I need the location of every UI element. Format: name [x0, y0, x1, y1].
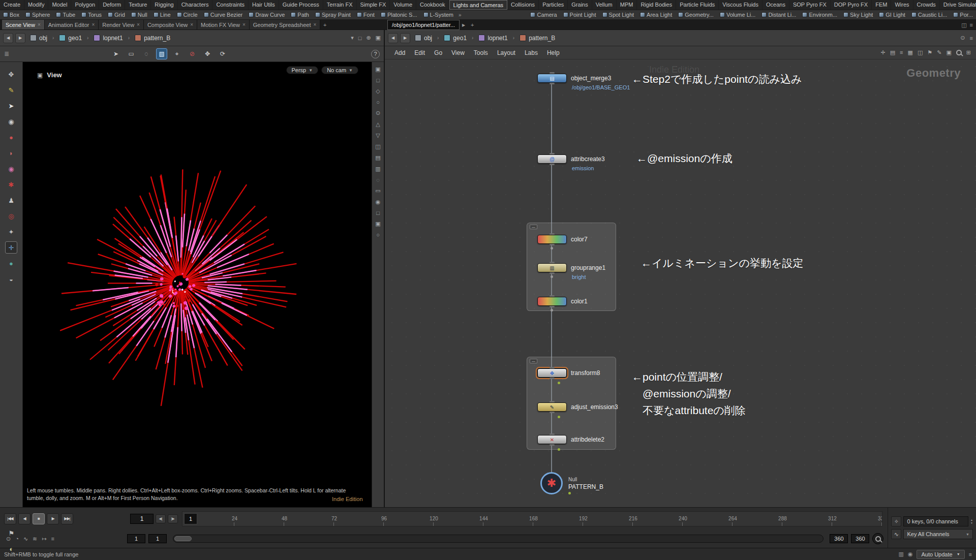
select-arrow-icon[interactable]: ➤: [5, 100, 17, 112]
shelf-tool[interactable]: Spray Paint: [312, 12, 354, 18]
list-icon[interactable]: ≡: [970, 35, 973, 41]
view-camera-icon[interactable]: ▣: [375, 66, 380, 73]
shelf-tool[interactable]: Geometry...: [675, 12, 717, 18]
gnomon-icon[interactable]: ▤: [375, 154, 380, 161]
shelf-tool[interactable]: Null: [128, 12, 150, 18]
shelf-tool[interactable]: Circle: [174, 12, 201, 18]
deform-tool-icon[interactable]: ◗: [5, 147, 17, 159]
node-flag-dot[interactable]: [558, 448, 560, 451]
shelf-tool[interactable]: L-System: [420, 12, 456, 18]
close-icon[interactable]: ×: [137, 22, 140, 27]
viewcube-icon[interactable]: ▥: [375, 166, 380, 172]
pane-split-icon[interactable]: ◫: [961, 22, 966, 28]
viewport-canvas[interactable]: ▣ View Persp▼ No cam▼ Left mouse tumbles…: [23, 62, 372, 507]
rotate-tool-icon[interactable]: ⟳: [217, 48, 228, 59]
range-slider-handle[interactable]: [174, 536, 192, 541]
shelf-tab[interactable]: Modify: [24, 0, 48, 10]
shelf-tab[interactable]: Constraints: [212, 0, 249, 10]
network-pane-tab[interactable]: /obj/geo1/lopnet1/patter...: [387, 20, 460, 30]
pane-tab[interactable]: Composite View×: [144, 20, 197, 29]
edit-points-icon[interactable]: ✱: [5, 178, 17, 191]
shelf-tab[interactable]: Model: [48, 0, 71, 10]
keys-info-field[interactable]: 0 keys, 0/0 channels: [903, 516, 968, 526]
shade-mode-icon[interactable]: ⊙: [376, 110, 380, 116]
shelf-tool[interactable]: Area Light: [637, 12, 675, 18]
stow-icon[interactable]: □: [358, 35, 362, 41]
shelf-tab[interactable]: Terrain FX: [323, 0, 357, 10]
node-flag-dot[interactable]: [558, 416, 560, 418]
points-display-icon[interactable]: ▽: [376, 132, 380, 139]
shelf-tab[interactable]: Polygon: [71, 0, 99, 10]
shelf-tab[interactable]: Hair Utils: [249, 0, 279, 10]
pane-tab[interactable]: Render View×: [99, 20, 144, 29]
shelf-tool[interactable]: Draw Curve: [246, 12, 288, 18]
search-icon[interactable]: [956, 50, 962, 55]
shelf-tab[interactable]: Create: [0, 0, 24, 10]
secure-selection-icon[interactable]: ▧: [156, 48, 167, 59]
stop-button[interactable]: ■: [33, 513, 45, 524]
sculpt-sphere-icon[interactable]: ●: [5, 131, 17, 143]
back-icon[interactable]: ◀: [3, 33, 13, 43]
wireframe-icon[interactable]: △: [376, 121, 380, 128]
key-icon[interactable]: ✧: [891, 516, 901, 526]
shelf-tab[interactable]: Volume: [390, 0, 416, 10]
shelf-tab[interactable]: FEM: [872, 0, 891, 10]
shelf-tool[interactable]: Point Light: [560, 12, 599, 18]
node-flag-dot[interactable]: [551, 247, 553, 250]
move-tool-icon[interactable]: ✥: [202, 48, 213, 59]
node-flag-dot[interactable]: [568, 492, 571, 494]
shelf-tab[interactable]: Grains: [568, 0, 592, 10]
path-dropdown-icon[interactable]: ▾: [351, 35, 354, 41]
snapshot-icon[interactable]: □: [376, 77, 380, 83]
lamp-icon[interactable]: ◐: [6, 543, 18, 555]
viewport-layout-icon[interactable]: ○: [376, 232, 380, 238]
shelf-tool[interactable]: Environm...: [799, 12, 840, 18]
world-axis-icon[interactable]: ●: [5, 257, 17, 269]
pane-tab[interactable]: Motion FX View×: [197, 20, 250, 29]
playback-start-field[interactable]: 1: [148, 534, 167, 543]
shelf-tab[interactable]: Rigging: [151, 0, 177, 10]
shelf-tab[interactable]: Collisions: [507, 0, 539, 10]
shelf-tab[interactable]: Characters: [178, 0, 213, 10]
pencil-note-icon[interactable]: ✎: [937, 49, 941, 56]
play-button[interactable]: ▶: [47, 513, 59, 524]
camera-select-button[interactable]: No cam▼: [321, 66, 358, 74]
shelf-tool[interactable]: Box: [0, 12, 22, 18]
shelf-tab[interactable]: Wires: [891, 0, 913, 10]
menu-item[interactable]: View: [447, 48, 469, 57]
close-icon[interactable]: ×: [38, 22, 41, 27]
close-icon[interactable]: ×: [190, 22, 193, 27]
new-network-tab-button[interactable]: +: [468, 20, 477, 30]
expand-icon[interactable]: ⊞: [966, 49, 971, 56]
shelf-tab[interactable]: Guide Process: [279, 0, 323, 10]
pane-tab[interactable]: Animation Editor×: [45, 20, 99, 29]
menu-item[interactable]: Tools: [469, 48, 493, 57]
shelf-tool[interactable]: Sky Light: [840, 12, 876, 18]
node-pattern-b-null[interactable]: ✱ Null PATTERN_B: [540, 472, 563, 494]
node-flag-dot[interactable]: [551, 275, 553, 278]
jump-to-end-button[interactable]: ▶▶|: [61, 513, 73, 524]
tab-scroll-right-icon[interactable]: ▶: [460, 20, 468, 30]
node-adjust-emission3[interactable]: ✎ adjust_emission3: [537, 402, 567, 412]
frame-range-slider[interactable]: [173, 535, 824, 543]
clock-icon[interactable]: ⊙: [960, 35, 965, 41]
shelf-tab[interactable]: Particle Fluids: [676, 0, 719, 10]
lock-icon[interactable]: ◉: [5, 115, 17, 128]
dopesheet-icon[interactable]: ≡: [51, 536, 54, 542]
shelf-tool[interactable]: Spot Light: [599, 12, 637, 18]
node-object-merge3[interactable]: ▤ object_merge3 /obj/geo1/BASE_GEO1: [537, 74, 567, 83]
handles-tool-icon[interactable]: ✛: [5, 241, 17, 254]
select-mode-icon[interactable]: ➤: [110, 48, 121, 59]
memory-status-icon[interactable]: ▥: [898, 551, 903, 557]
grid-toggle-icon[interactable]: ◫: [375, 143, 380, 150]
list-view-icon[interactable]: ≡: [900, 49, 903, 56]
occlusion-icon[interactable]: ⊘: [187, 48, 198, 59]
handles-display-icon[interactable]: ▣: [375, 221, 380, 227]
shelf-tab[interactable]: DOP Pyro FX: [831, 0, 872, 10]
character-tool-icon[interactable]: ♟: [5, 194, 17, 206]
shelf-tool[interactable]: Font: [354, 12, 378, 18]
menu-item[interactable]: Add: [390, 48, 410, 57]
shelf-tool[interactable]: Tube: [53, 12, 78, 18]
breadcrumb-item[interactable]: obj›: [27, 34, 56, 43]
pane-tab[interactable]: Scene View×: [2, 20, 45, 29]
